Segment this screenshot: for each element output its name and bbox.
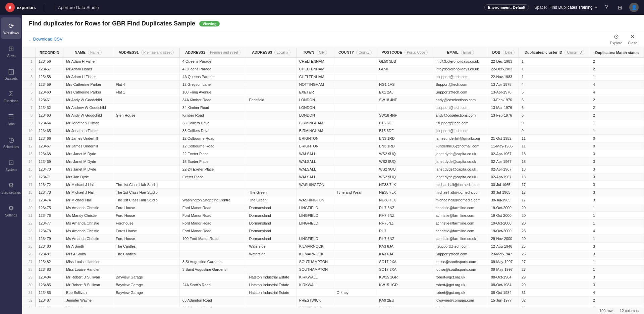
table-row[interactable]: 23123478Ms Amanda ChristieFords HouseFor… <box>22 227 644 235</box>
table-cell: 1 <box>519 65 590 73</box>
table-container[interactable]: RECORDID NAME Name ADDRESS1 Premise and … <box>22 48 644 307</box>
table-row[interactable]: 10123465Mr Jonathan Tilman38 Colliers Dr… <box>22 127 644 135</box>
sidebar-item-schedules[interactable]: ◷ Schedules <box>1 131 21 153</box>
table-cell: Ms Amanda Christie <box>63 227 113 235</box>
table-row[interactable]: 13123468Mrs Janet M Dyde22 Exeter PlaceW… <box>22 150 644 158</box>
col-address1[interactable]: ADDRESS1 Premise and street <box>113 48 180 57</box>
sidebar-item-functions[interactable]: Σ Functions <box>1 86 21 107</box>
col-recordid[interactable]: RECORDID <box>36 48 63 57</box>
col-address2[interactable]: ADDRESS2 Premise and street <box>179 48 246 57</box>
table-row[interactable]: 2123457Mr Adam Fisher4 Queens ParadeCHEL… <box>22 65 644 73</box>
col-town[interactable]: TOWN City <box>296 48 334 57</box>
table-cell: 3 <box>590 281 644 289</box>
table-row[interactable]: 22123477Ms Amanda ChristieFordhouseFord … <box>22 219 644 227</box>
table-cell: 13-Feb-1976 <box>488 96 519 104</box>
table-row[interactable]: 8123463Mr Andy W GoodchildGlen HouseKimb… <box>22 112 644 119</box>
table-row[interactable]: 14123469Mrs Janet M Dyde15 Exeter PlaceW… <box>22 158 644 166</box>
table-cell: Michael Wayne <box>63 304 113 307</box>
table-row[interactable]: 3123458Mr Adam H Fisher4A Queens ParadeC… <box>22 73 644 81</box>
user-avatar[interactable]: 👤 <box>629 3 639 12</box>
table-cell: Mr Andy W Goodchild <box>63 112 113 119</box>
col-address3[interactable]: ADDRESS3 Locality <box>246 48 296 57</box>
row-number: 3 <box>22 73 36 81</box>
grid-icon[interactable]: ⊞ <box>616 3 624 11</box>
table-row[interactable]: 11123466Mr James Underhill12 Colbourne R… <box>22 135 644 142</box>
table-cell: 100 Fring Avenue <box>179 88 246 96</box>
sidebar-item-jobs[interactable]: ☰ Jobs <box>1 109 21 130</box>
table-row[interactable]: 9123464Mr Jonathan Tillman38 Colliers Dr… <box>22 119 644 127</box>
table-row[interactable]: 30123485Mr Robert B SullivanBayview Gara… <box>22 281 644 289</box>
table-row[interactable]: 27123482Miss Louise Handler3 St Augustin… <box>22 258 644 266</box>
table-cell: The 1st Class Hair Studio <box>113 196 180 204</box>
table-cell <box>334 227 376 235</box>
table-row[interactable]: 28123483Miss Louise Handler3 Saint Augus… <box>22 266 644 273</box>
table-cell: SOUTHAMPTON <box>296 266 334 273</box>
close-button[interactable]: ✕ Close <box>628 33 637 45</box>
table-row[interactable]: 15123470Mrs Janet M Dyde22-24 Exeter Pla… <box>22 166 644 173</box>
table-cell: EX1 2AJ <box>376 88 433 96</box>
table-row[interactable]: 21123476Ms Mandy ChristieFord HouseFord … <box>22 212 644 219</box>
table-row[interactable]: 4123459Mrs Catherine ParkerFlat 412 Grey… <box>22 81 644 88</box>
col-county[interactable]: COUNTY County <box>334 48 376 57</box>
functions-icon: Σ <box>9 90 13 98</box>
table-row[interactable]: 20123475Ms Amanda ChristieFord HouseFord… <box>22 204 644 212</box>
sidebar-item-settings[interactable]: ⚙ Settings <box>1 200 21 221</box>
table-row[interactable]: 1123456Mr Adam H Fisher4 Queens ParadeCH… <box>22 57 644 65</box>
table-row[interactable]: 18123473Mr Michael J HallThe 1st Class H… <box>22 189 644 196</box>
sidebar-item-system[interactable]: ⊡ System <box>1 154 21 176</box>
table-row[interactable]: 7123462Mr Andrew W Goodchild34 Kimber Ro… <box>22 104 644 112</box>
environment-badge[interactable]: Environment: Default <box>484 4 529 10</box>
table-row[interactable]: 19123474Mr Michael HallThe 1st Class Hai… <box>22 196 644 204</box>
table-cell <box>334 219 376 227</box>
help-icon[interactable]: ? <box>602 3 610 11</box>
space-chevron[interactable]: ▾ <box>595 5 597 10</box>
table-cell <box>246 142 296 150</box>
table-row[interactable]: 5123460Mrs Catherine ParkerFlat 1100 Fri… <box>22 88 644 96</box>
sidebar-item-step-settings[interactable]: ⚙ Step settings <box>1 177 21 198</box>
sidebar-item-datasets[interactable]: ◫ Datasets <box>1 63 21 84</box>
table-cell: 4 <box>590 81 644 88</box>
row-number: 5 <box>22 88 36 96</box>
table-cell: KW15 1GR <box>376 281 433 289</box>
col-match-status[interactable]: Duplicates: Match status <box>590 48 644 57</box>
table-cell: Washington Shopping Centre <box>179 196 246 204</box>
col-cluster-id[interactable]: Duplicates: cluster ID Cluster ID <box>519 48 590 57</box>
download-icon: ↓ <box>29 37 31 42</box>
table-cell <box>113 119 180 127</box>
table-cell: Mr Adam Fisher <box>63 65 113 73</box>
table-row[interactable]: 32123487Jennifer Wayne63 Adamton RoadPRE… <box>22 297 644 304</box>
row-number: 10 <box>22 127 36 135</box>
table-row[interactable]: 6123461Mr Andy W Goodchild34A Kimber Roa… <box>22 96 644 104</box>
table-cell <box>246 104 296 112</box>
table-cell: 123461 <box>36 96 63 104</box>
download-csv-button[interactable]: ↓ Download CSV <box>29 37 63 42</box>
table-cell: 32 <box>519 297 590 304</box>
table-row[interactable]: 17123472Mr Michael J HallThe 1st Class H… <box>22 181 644 189</box>
col-name[interactable]: NAME Name <box>63 48 113 57</box>
table-cell: 20 <box>519 219 590 227</box>
page-title: Find duplicates for Rows for GBR Find Du… <box>29 20 195 27</box>
table-row[interactable]: 24123479Ms Amanda ChristieFord House100 … <box>22 235 644 243</box>
col-email[interactable]: EMAIL Email <box>433 48 488 57</box>
table-cell: Bayview Garage <box>113 289 180 297</box>
sidebar-item-views[interactable]: ⊞ Views <box>1 40 21 62</box>
table-cell: 3 <box>590 181 644 189</box>
sidebar-item-workflows[interactable]: ⟳ Workflows <box>1 17 21 39</box>
table-row[interactable]: 26123481Mrs A SmithThe CantlesWatersideK… <box>22 250 644 258</box>
table-row[interactable]: 31123486Bob SullivanBayview GarageHatsto… <box>22 289 644 297</box>
table-row[interactable]: 25123480Mr A SmithThe CantlesWatersideKI… <box>22 243 644 250</box>
col-dob[interactable]: DOB Date <box>488 48 519 57</box>
table-cell <box>376 104 433 112</box>
table-cell: 63 Adamton Road <box>179 304 246 307</box>
row-number: 29 <box>22 273 36 281</box>
table-cell: Exeter Place <box>179 173 246 181</box>
table-row[interactable]: 33123488Michael Wayne63 Adamton RoadPRES… <box>22 304 644 307</box>
row-number: 28 <box>22 266 36 273</box>
table-row[interactable]: 16123471Mrs Jan DydeExeter PlaceWALSALLW… <box>22 173 644 181</box>
close-label: Close <box>628 41 637 45</box>
table-row[interactable]: 12123467Mr James Underhill12 Colbourne R… <box>22 142 644 150</box>
table-row[interactable]: 29123484Mr Robert B SullivanBayview Gara… <box>22 273 644 281</box>
table-cell <box>334 196 376 204</box>
col-postcode[interactable]: POSTCODE Postal Code <box>376 48 433 57</box>
explore-button[interactable]: ⊙ Explore <box>610 33 623 45</box>
